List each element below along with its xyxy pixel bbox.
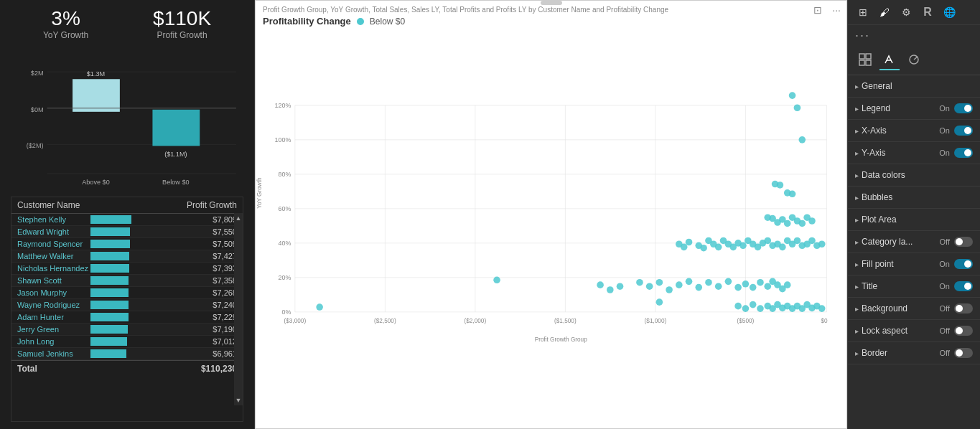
table-scroll[interactable]: Stephen Kelly $7,809 Edward Wright $7,55… — [11, 214, 243, 360]
svg-text:120%: 120% — [275, 102, 291, 109]
table-row[interactable]: Nicholas Hernandez $7,393 — [11, 263, 243, 275]
toggle-switch[interactable] — [954, 237, 973, 247]
scroll-down-button[interactable]: ▼ — [234, 395, 243, 405]
toggle-label: On — [939, 260, 950, 268]
more-options-icon[interactable]: ··· — [832, 4, 841, 16]
table-row[interactable]: Jason Murphy $7,268 — [11, 287, 243, 299]
toggle-label: On — [939, 282, 950, 291]
svg-text:($2M): ($2M) — [27, 142, 44, 149]
svg-point-114 — [734, 303, 742, 310]
toggle-label: On — [939, 148, 950, 157]
toggle-switch[interactable] — [954, 303, 973, 314]
toggle-switch[interactable] — [954, 281, 973, 291]
scatter-chart-container: 120% 100% 80% 60% 40% 20% 0% ($3,000) ($… — [256, 28, 846, 414]
row-customer-name: Jerry Green — [17, 325, 90, 334]
table-row[interactable]: John Long $7,012 — [11, 336, 243, 348]
svg-point-129 — [818, 305, 826, 312]
toggle-label: Off — [940, 304, 950, 313]
row-bar — [90, 313, 129, 321]
row-value: $7,509 — [201, 240, 237, 248]
toggle-thumb — [956, 327, 963, 334]
globe-icon[interactable]: 🌐 — [941, 4, 957, 20]
svg-point-130 — [316, 303, 323, 311]
table-row[interactable]: Stephen Kelly $7,809 — [11, 214, 243, 226]
table-row[interactable]: Jerry Green $7,190 — [11, 324, 243, 336]
svg-text:Above $0: Above $0 — [82, 179, 109, 186]
svg-rect-131 — [859, 54, 864, 59]
scatter-svg: 120% 100% 80% 60% 40% 20% 0% ($3,000) ($… — [256, 28, 846, 414]
toggle-thumb — [964, 260, 971, 268]
table-row[interactable]: Shawn Scott $7,358 — [11, 275, 243, 287]
svg-point-77 — [764, 237, 771, 245]
format-row-fill-point[interactable]: ▸ Fill point On — [848, 253, 980, 275]
svg-text:($1.1M): ($1.1M) — [164, 151, 187, 158]
toggle-switch[interactable] — [954, 148, 973, 158]
format-row-legend[interactable]: ▸ Legend On — [848, 98, 980, 120]
toggle-thumb — [964, 105, 971, 112]
toggle-switch[interactable] — [954, 126, 973, 136]
r-icon[interactable]: R — [920, 4, 935, 20]
toggle-switch[interactable] — [954, 103, 973, 113]
yoy-growth-label: YoY Growth — [43, 30, 88, 40]
svg-point-67 — [715, 244, 722, 251]
row-bar — [90, 215, 131, 224]
row-bar-cell — [90, 325, 201, 334]
format-icon[interactable]: 🖌 — [877, 4, 892, 20]
chevron-icon: ▸ — [855, 127, 859, 135]
row-bar — [90, 227, 130, 236]
row-bar-cell — [90, 337, 201, 346]
format-row-category-la...[interactable]: ▸ Category la... Off — [848, 231, 980, 253]
row-customer-name: Stephen Kelly — [17, 215, 90, 224]
svg-text:$2M: $2M — [31, 70, 44, 77]
toggle-switch[interactable] — [954, 259, 973, 269]
expand-icon[interactable]: ⊡ — [813, 4, 825, 16]
row-value: $7,393 — [201, 264, 237, 273]
format-row-border[interactable]: ▸ Border Off — [848, 342, 980, 364]
svg-point-86 — [808, 237, 816, 245]
svg-point-83 — [794, 237, 801, 245]
svg-point-95 — [656, 279, 663, 286]
tab-fields[interactable] — [855, 50, 875, 70]
row-bar — [90, 264, 129, 273]
svg-point-92 — [617, 283, 624, 290]
tab-format[interactable] — [879, 50, 900, 70]
format-label: General — [862, 81, 892, 91]
table-row[interactable]: Edward Wright $7,550 — [11, 226, 243, 238]
drag-handle[interactable] — [541, 1, 562, 5]
table-row[interactable]: Adam Hunter $7,229 — [11, 311, 243, 324]
fields-icon[interactable]: ⊞ — [855, 4, 871, 20]
format-row-plot-area[interactable]: ▸ Plot Area — [848, 209, 980, 231]
toggle-thumb — [964, 149, 971, 156]
format-row-title[interactable]: ▸ Title On — [848, 275, 980, 298]
svg-point-61 — [681, 244, 688, 251]
table-row[interactable]: Raymond Spencer $7,509 — [11, 238, 243, 250]
table-row[interactable]: Wayne Rodriguez $7,240 — [11, 299, 243, 311]
chevron-icon: ▸ — [855, 260, 859, 268]
format-row-y-axis[interactable]: ▸ Y-Axis On — [848, 142, 980, 164]
format-row-left: ▸ Background — [855, 303, 907, 314]
center-panel: ⊡ ··· Profit Growth Group, YoY Growth, T… — [255, 0, 847, 429]
format-row-bubbles[interactable]: ▸ Bubbles — [848, 187, 980, 209]
analytics-icon[interactable]: ⚙ — [898, 4, 914, 20]
table-footer: Total $110,230 — [11, 360, 243, 377]
row-customer-name: Shawn Scott — [17, 276, 90, 285]
row-customer-name: Adam Hunter — [17, 313, 90, 321]
svg-point-44 — [794, 104, 801, 111]
format-label: Lock aspect — [862, 326, 907, 336]
format-label: Title — [862, 281, 877, 291]
toggle-group: Off — [940, 303, 973, 314]
format-row-lock-aspect[interactable]: ▸ Lock aspect Off — [848, 320, 980, 342]
format-row-x-axis[interactable]: ▸ X-Axis On — [848, 120, 980, 142]
format-row-data-colors[interactable]: ▸ Data colors — [848, 164, 980, 187]
tab-analytics[interactable] — [904, 50, 924, 70]
format-row-general[interactable]: ▸ General — [848, 75, 980, 98]
table-row[interactable]: Samuel Jenkins $6,961 — [11, 348, 243, 360]
row-value: $7,240 — [201, 301, 237, 309]
toggle-group: On — [939, 148, 973, 158]
format-row-background[interactable]: ▸ Background Off — [848, 298, 980, 320]
scroll-up-button[interactable]: ▲ — [234, 213, 243, 223]
toggle-switch[interactable] — [954, 326, 973, 336]
table-row[interactable]: Matthew Walker $7,427 — [11, 250, 243, 263]
svg-text:80%: 80% — [279, 171, 291, 178]
toggle-switch[interactable] — [954, 348, 973, 358]
